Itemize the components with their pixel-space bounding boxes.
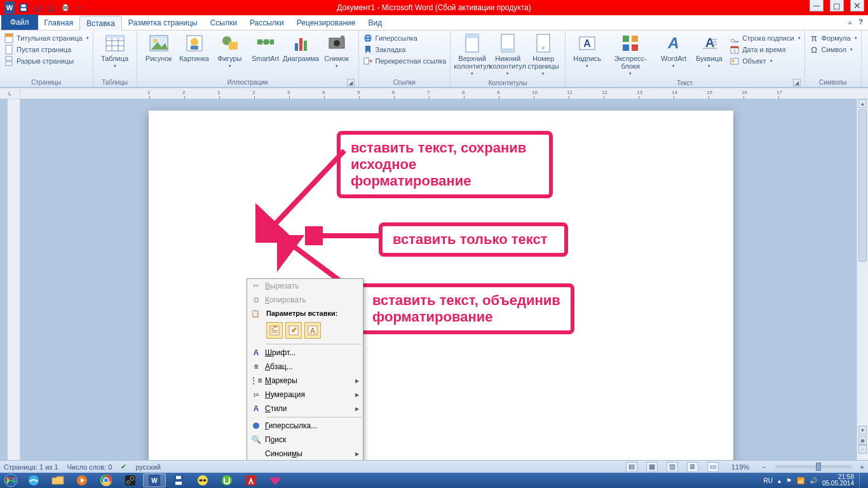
close-button[interactable]: ✕ (850, 0, 864, 11)
tray-show-hidden-icon[interactable]: ▴ (778, 477, 781, 484)
view-draft[interactable]: ▭ (707, 462, 719, 472)
scroll-thumb[interactable] (858, 109, 867, 262)
chart-button[interactable]: Диаграмма (283, 32, 319, 64)
undo-icon[interactable] (32, 2, 43, 13)
view-outline[interactable]: ≣ (687, 462, 698, 472)
tray-flag-icon[interactable]: ⚑ (786, 477, 792, 484)
view-web-layout[interactable]: ▥ (667, 462, 678, 472)
cm-paragraph[interactable]: ≡Абзац... (247, 360, 363, 374)
view-print-layout[interactable]: ▤ (626, 462, 637, 472)
hyperlink-button[interactable]: Гиперссылка (363, 33, 447, 43)
ruler-vertical[interactable] (8, 99, 20, 460)
show-desktop-button[interactable] (859, 473, 864, 487)
cm-search[interactable]: 🔍Поиск (247, 433, 363, 447)
symbol-button[interactable]: ΩСимвол▾ (809, 44, 857, 55)
text-launcher[interactable]: ◢ (793, 79, 801, 86)
cm-cut[interactable]: ✂Вырезать (247, 279, 363, 293)
dropcap-button[interactable]: AБуквица▾ (691, 32, 727, 71)
task-adobe[interactable] (240, 473, 262, 487)
task-save-app[interactable] (167, 473, 190, 487)
cm-hyperlink[interactable]: Гиперссылка... (247, 419, 363, 433)
datetime-button[interactable]: 5Дата и время (729, 44, 800, 55)
signature-line-button[interactable]: Строка подписи▾ (729, 33, 800, 43)
cm-synonyms[interactable]: Синонимы▶ (247, 447, 363, 460)
ribbon-minimize-icon[interactable]: ▵ (848, 18, 852, 26)
view-full-screen[interactable]: ▦ (646, 462, 658, 472)
cm-copy[interactable]: ⧉Копировать (247, 293, 363, 307)
cross-reference-button[interactable]: Перекрестная ссылка (363, 56, 447, 66)
task-explorer[interactable] (46, 473, 69, 487)
wordart-button[interactable]: AWordArt▾ (656, 32, 691, 71)
save-icon[interactable] (18, 2, 29, 13)
blank-page-button[interactable]: Пустая страница (4, 44, 89, 55)
scrollbar-vertical[interactable]: ▲ ▼ ◉ ◦ (857, 99, 868, 460)
object-button[interactable]: Объект▾ (729, 56, 800, 66)
shapes-button[interactable]: Фигуры▾ (212, 32, 248, 71)
cm-bullets[interactable]: ⋮≡Маркеры▶ (247, 374, 363, 388)
bookmark-button[interactable]: Закладка (363, 44, 447, 55)
task-word[interactable]: W (143, 473, 166, 487)
paste-merge-formatting[interactable] (285, 322, 302, 339)
textbox-button[interactable]: AНадпись▾ (569, 32, 605, 71)
tray-volume-icon[interactable]: 🔊 (810, 477, 817, 484)
word-app-icon[interactable]: W (4, 2, 15, 13)
clipart-button[interactable]: Картинка (177, 32, 212, 64)
zoom-level[interactable]: 119% (731, 463, 749, 471)
quickparts-button[interactable]: Экспресс-блоки▾ (605, 32, 656, 79)
page-number-button[interactable]: #Номер страницы▾ (526, 32, 561, 79)
status-language[interactable]: русский (135, 463, 160, 471)
ruler-horizontal[interactable]: 121234567891011121314151617 (20, 88, 868, 99)
cm-numbering[interactable]: 1≡Нумерация▶ (247, 388, 363, 402)
task-steam[interactable] (119, 473, 142, 487)
task-bat[interactable] (191, 473, 214, 487)
cm-styles[interactable]: AСтили▶ (247, 402, 363, 416)
task-media[interactable] (71, 473, 93, 487)
task-ie[interactable] (22, 473, 45, 487)
maximize-button[interactable]: ◻ (830, 0, 844, 11)
equation-button[interactable]: πФормула▾ (809, 33, 857, 43)
zoom-out-button[interactable]: − (762, 463, 766, 471)
tab-mailings[interactable]: Рассылки (243, 15, 290, 30)
task-utorrent[interactable] (215, 473, 238, 487)
paste-keep-source[interactable] (266, 322, 283, 339)
cm-font[interactable]: AШрифт... (247, 346, 363, 360)
page-break-button[interactable]: Разрыв страницы (4, 56, 89, 66)
tray-clock[interactable]: 21:5805.05.2014 (822, 474, 854, 487)
smartart-button[interactable]: SmartArt (248, 32, 283, 64)
tray-network-icon[interactable]: 📶 (797, 477, 804, 484)
zoom-slider[interactable] (775, 465, 851, 468)
illustrations-launcher[interactable]: ◢ (347, 79, 355, 86)
zoom-in-button[interactable]: + (860, 463, 864, 471)
status-proofing-icon[interactable]: ✔ (121, 463, 126, 471)
header-button[interactable]: Верхний колонтитул▾ (454, 32, 490, 79)
scroll-up-arrow[interactable]: ▲ (858, 99, 867, 108)
paste-text-only[interactable]: A (304, 322, 321, 339)
table-button[interactable]: Таблица▾ (97, 32, 133, 71)
status-page[interactable]: Страница: 1 из 1 (4, 463, 58, 471)
screenshot-button[interactable]: Снимок▾ (319, 32, 355, 71)
footer-button[interactable]: Нижний колонтитул▾ (490, 32, 526, 79)
status-words[interactable]: Число слов: 0 (67, 463, 112, 471)
tab-references[interactable]: Ссылки (204, 15, 243, 30)
tab-view[interactable]: Вид (362, 15, 388, 30)
browse-object-icon[interactable]: ◦ (858, 445, 867, 454)
tray-lang[interactable]: RU (763, 477, 772, 484)
print-icon[interactable] (60, 2, 71, 13)
picture-button[interactable]: Рисунок (141, 32, 177, 64)
task-chrome[interactable] (95, 473, 118, 487)
redo-icon[interactable] (46, 2, 57, 13)
cover-page-button[interactable]: Титульная страница▾ (4, 33, 89, 43)
tab-insert[interactable]: Вставка (79, 16, 122, 30)
minimize-button[interactable]: ─ (810, 0, 824, 11)
ruler-corner[interactable]: L (0, 88, 20, 99)
task-heart[interactable] (264, 473, 287, 487)
start-button[interactable] (0, 473, 22, 488)
tab-review[interactable]: Рецензирование (290, 15, 362, 30)
help-icon[interactable]: ? (858, 18, 863, 26)
prev-page-icon[interactable]: ◉ (858, 436, 867, 445)
qat-customize-icon[interactable] (74, 2, 85, 13)
tab-home[interactable]: Главная (38, 15, 80, 30)
tab-page-layout[interactable]: Разметка страницы (122, 15, 204, 30)
file-tab[interactable]: Файл (1, 15, 38, 30)
scroll-down-arrow[interactable]: ▼ (858, 426, 867, 435)
